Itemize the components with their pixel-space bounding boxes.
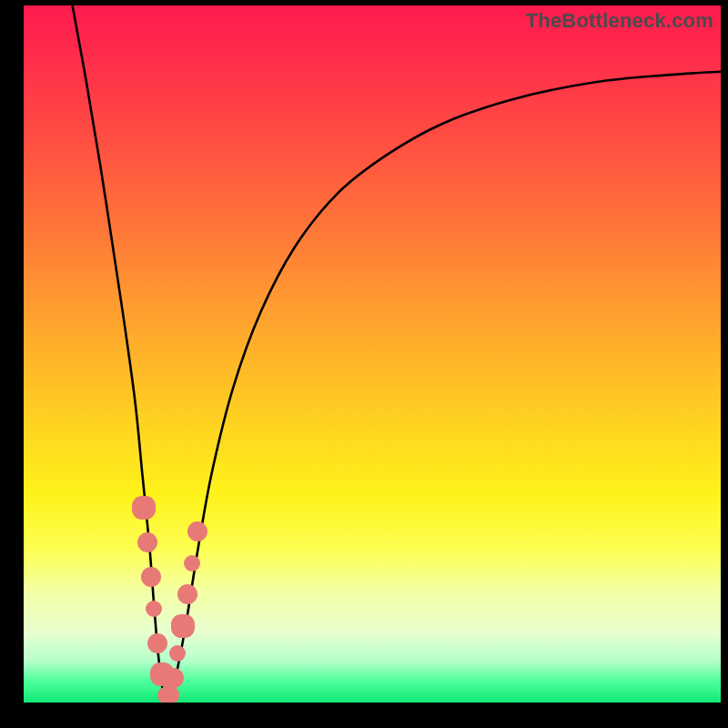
- plot-area: TheBottleneck.com: [24, 5, 721, 703]
- data-point: [169, 645, 186, 662]
- data-point: [187, 521, 207, 541]
- data-point: [137, 532, 157, 552]
- data-point: [171, 614, 195, 638]
- watermark: TheBottleneck.com: [526, 9, 713, 33]
- data-point: [177, 584, 197, 604]
- data-point: [146, 601, 162, 617]
- data-point: [141, 567, 161, 587]
- chart-stage: TheBottleneck.com: [0, 0, 728, 728]
- data-point: [147, 633, 167, 653]
- data-point: [132, 496, 156, 520]
- data-point: [159, 685, 179, 703]
- bottleneck-curve: [24, 5, 721, 703]
- data-point: [184, 555, 200, 571]
- data-point: [164, 668, 184, 688]
